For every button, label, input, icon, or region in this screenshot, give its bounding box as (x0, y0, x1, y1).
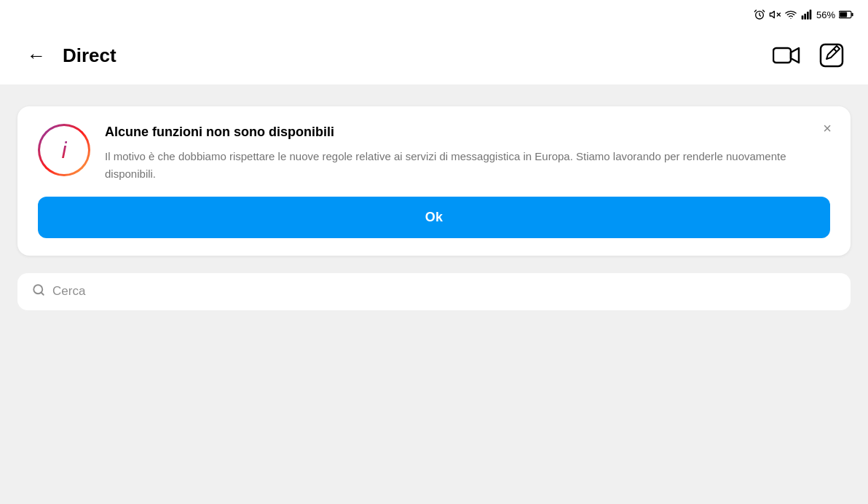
battery-level: 56% (816, 9, 835, 20)
compose-button[interactable] (816, 39, 848, 71)
card-top: i Alcune funzioni non sono disponibili I… (38, 124, 830, 182)
card-body: Il motivo è che dobbiamo rispettare le n… (105, 148, 830, 182)
back-arrow-icon: ← (27, 44, 46, 67)
card-text: Alcune funzioni non sono disponibili Il … (105, 124, 830, 182)
battery-icon (839, 9, 853, 20)
compose-icon (819, 43, 844, 68)
back-button[interactable]: ← (20, 39, 52, 71)
svg-rect-11 (840, 12, 847, 17)
svg-rect-8 (810, 9, 812, 19)
info-card: × i Alcune funzioni non sono disponibili… (17, 106, 851, 256)
video-call-icon (773, 45, 800, 66)
search-icon (32, 283, 45, 300)
search-placeholder: Cerca (52, 284, 85, 299)
nav-bar: ← Direct (0, 26, 868, 84)
svg-line-15 (41, 292, 43, 294)
svg-rect-5 (802, 15, 804, 19)
signal-icon (801, 9, 813, 20)
status-bar: 56% (0, 0, 868, 26)
video-call-button[interactable] (770, 39, 802, 71)
mute-icon (769, 9, 781, 20)
wifi-icon (784, 9, 797, 20)
alarm-icon (754, 9, 765, 20)
info-letter: i (61, 137, 66, 164)
page-title: Direct (63, 44, 770, 67)
card-title: Alcune funzioni non sono disponibili (105, 124, 830, 141)
svg-rect-7 (807, 12, 809, 20)
ok-button[interactable]: Ok (38, 197, 830, 238)
close-button[interactable]: × (817, 118, 837, 138)
main-content: × i Alcune funzioni non sono disponibili… (0, 84, 868, 504)
search-bar[interactable]: Cerca (17, 273, 851, 310)
svg-rect-12 (773, 48, 791, 63)
status-icons: 56% (754, 9, 853, 20)
svg-rect-10 (851, 13, 853, 17)
svg-rect-6 (804, 14, 806, 20)
nav-action-icons (770, 39, 848, 71)
svg-marker-1 (770, 11, 774, 17)
info-icon-container: i (38, 124, 90, 176)
